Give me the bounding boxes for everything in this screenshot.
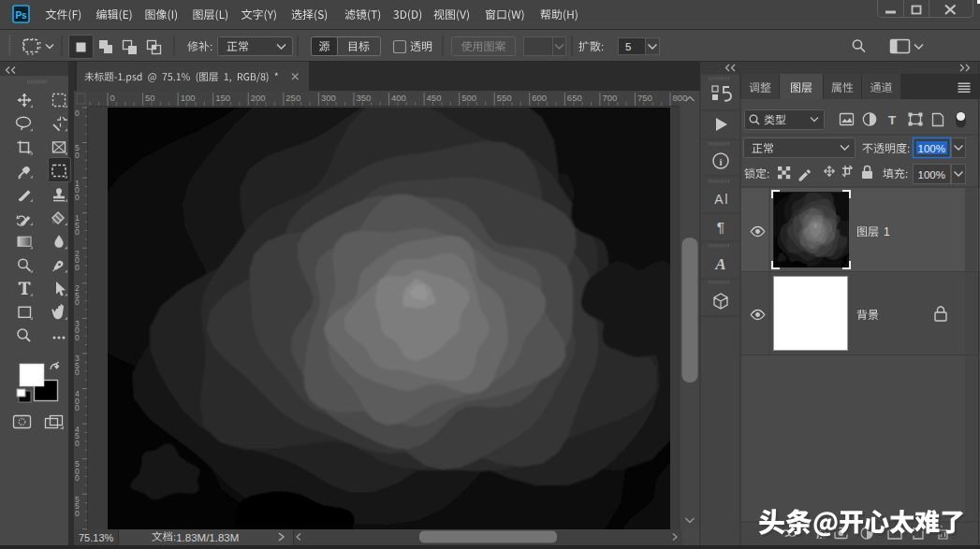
svg-text:100%: 100% [918, 143, 945, 154]
svg-text:i: i [719, 156, 722, 167]
svg-text:100: 100 [181, 93, 196, 103]
svg-text:800: 800 [673, 93, 688, 103]
svg-text:100%: 100% [918, 169, 945, 181]
svg-text:0: 0 [75, 227, 80, 237]
svg-text:700: 700 [602, 93, 617, 103]
svg-text:0: 0 [75, 509, 80, 518]
svg-text:1.83M/1.83M: 1.83M/1.83M [176, 532, 239, 543]
svg-text:1: 1 [884, 225, 890, 238]
svg-text:0: 0 [75, 193, 80, 202]
svg-text:250: 250 [285, 93, 300, 103]
svg-text:0: 0 [110, 93, 115, 103]
svg-text:650: 650 [567, 93, 582, 103]
svg-text:0: 0 [75, 151, 80, 160]
svg-text:Ps: Ps [15, 10, 27, 21]
svg-text:750: 750 [637, 93, 652, 103]
svg-text:550: 550 [497, 93, 512, 103]
svg-text:T: T [888, 113, 897, 127]
svg-text:A: A [714, 192, 724, 207]
svg-text:0: 0 [75, 368, 80, 377]
svg-text:300: 300 [321, 93, 336, 103]
svg-text:A: A [714, 255, 725, 273]
svg-text:5: 5 [625, 41, 631, 52]
svg-text:0: 0 [75, 108, 80, 118]
svg-text:75.13%: 75.13% [79, 532, 114, 543]
svg-text:600: 600 [532, 93, 547, 103]
svg-text:0: 0 [75, 297, 80, 307]
svg-text:0: 0 [75, 333, 80, 342]
svg-text:500: 500 [461, 93, 476, 103]
svg-text:0: 0 [75, 403, 80, 412]
svg-text:350: 350 [356, 93, 371, 103]
svg-text:0: 0 [75, 473, 80, 483]
svg-text:0: 0 [75, 263, 80, 272]
svg-text:0: 0 [75, 439, 80, 448]
svg-text:50: 50 [145, 93, 155, 103]
svg-text:150: 150 [215, 93, 230, 103]
svg-text:200: 200 [251, 93, 266, 103]
svg-text:400: 400 [391, 93, 406, 103]
svg-text:¶: ¶ [717, 219, 724, 235]
svg-text:450: 450 [427, 93, 442, 103]
